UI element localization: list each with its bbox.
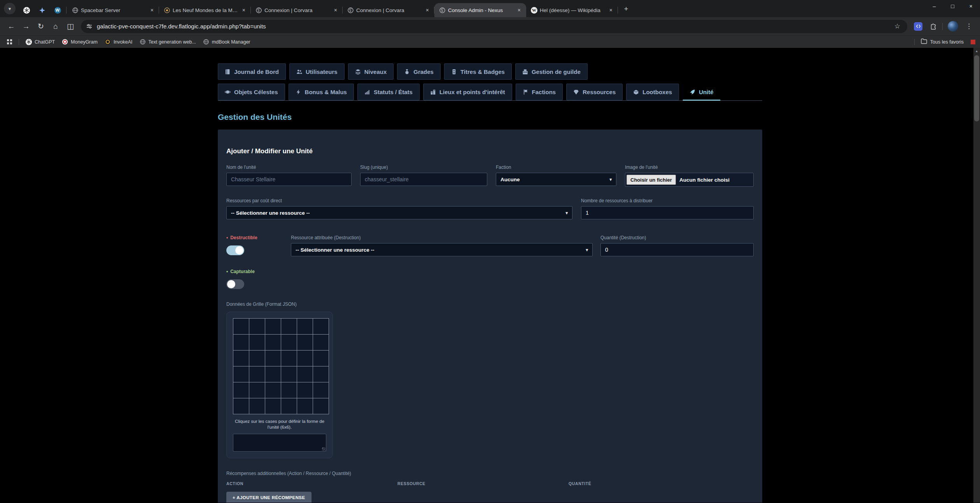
tab-niveaux[interactable]: Niveaux <box>348 63 394 80</box>
grid-cell[interactable] <box>265 382 281 398</box>
grid-cell[interactable] <box>233 366 249 382</box>
browser-tab-connexion-corvara[interactable]: Connexion | Corvara× <box>251 3 343 17</box>
tab-bonus-malus[interactable]: Bonus & Malus <box>289 84 354 100</box>
home-icon[interactable]: ⌂ <box>48 19 63 33</box>
maximize-button[interactable]: □ <box>943 0 962 12</box>
grid-cell[interactable] <box>313 366 329 382</box>
bookmark-chatgpt[interactable]: ChatGPT <box>22 37 58 47</box>
tab-objets-c-lestes[interactable]: Objets Célestes <box>218 84 285 100</box>
close-button[interactable]: × <box>962 0 980 12</box>
grid-cell[interactable] <box>313 351 329 366</box>
grid-cell[interactable] <box>249 319 265 334</box>
cost-resource-select[interactable]: -- Sélectionner une ressource -- ▾ <box>226 206 572 219</box>
scrollbar-thumb[interactable] <box>974 55 979 121</box>
destruction-qty-input[interactable] <box>600 243 754 256</box>
tab-close-icon[interactable]: × <box>241 7 247 13</box>
faction-select[interactable]: Aucune ▾ <box>496 173 616 186</box>
grid-cell[interactable] <box>297 335 313 350</box>
bookmark-mdbook-manager[interactable]: mdBook Manager <box>200 37 254 47</box>
grid-cell[interactable] <box>281 319 297 334</box>
tab-close-icon[interactable]: × <box>332 7 339 13</box>
grid-cell[interactable] <box>281 335 297 350</box>
distribute-count-input[interactable] <box>581 206 754 219</box>
tab-close-icon[interactable]: × <box>516 7 522 13</box>
unit-name-input[interactable] <box>226 173 352 186</box>
slug-input[interactable] <box>360 173 487 186</box>
address-bar[interactable]: galactic-pve-conquest-c7fe.dev.flatlogic… <box>81 20 907 33</box>
grid-cell[interactable] <box>297 351 313 366</box>
browser-tab-spacebar-server[interactable]: Spacebar Server× <box>67 3 159 17</box>
url-text[interactable]: galactic-pve-conquest-c7fe.dev.flatlogic… <box>97 23 890 30</box>
grid-cell[interactable] <box>265 335 281 350</box>
grid-cell[interactable] <box>313 319 329 334</box>
back-icon[interactable]: ← <box>4 19 19 33</box>
grid-cell[interactable] <box>249 398 265 414</box>
tab-lootboxes[interactable]: Lootboxes <box>626 84 679 100</box>
tab-grades[interactable]: Grades <box>397 63 441 80</box>
capturable-toggle[interactable] <box>226 279 244 289</box>
browser-menu-icon[interactable]: ⋮ <box>962 22 976 30</box>
grid-cell[interactable] <box>313 398 329 414</box>
tab-unit[interactable]: Unité <box>682 84 721 101</box>
pinned-tab[interactable] <box>34 3 50 17</box>
apps-grid-icon[interactable] <box>4 37 16 47</box>
browser-tab-console-admin-nexus[interactable]: Console Admin - Nexus× <box>434 3 526 17</box>
tab-close-icon[interactable]: × <box>149 7 155 13</box>
grid-cell[interactable] <box>249 366 265 382</box>
side-panel-icon[interactable]: ◫ <box>63 19 78 33</box>
forward-icon[interactable]: → <box>19 19 33 33</box>
extensions-puzzle-icon[interactable] <box>926 19 941 33</box>
grid-cell[interactable] <box>297 382 313 398</box>
grid-cell[interactable] <box>281 351 297 366</box>
grid-cell[interactable] <box>249 351 265 366</box>
browser-tab-hel-d-esse-wikip-dia[interactable]: WHel (déesse) — Wikipédia× <box>526 3 618 17</box>
bookmark-star-icon[interactable]: ☆ <box>890 22 905 30</box>
bookmark-invokeai[interactable]: InvokeAI <box>101 37 136 47</box>
file-input[interactable]: Choisir un fichier Aucun fichier choisi <box>625 173 754 187</box>
grid-cell[interactable] <box>265 398 281 414</box>
reload-icon[interactable]: ↻ <box>33 19 48 33</box>
grid-cell[interactable] <box>233 382 249 398</box>
grid-cell[interactable] <box>281 398 297 414</box>
tab-close-icon[interactable]: × <box>424 7 430 13</box>
tab-factions[interactable]: Factions <box>516 84 563 100</box>
all-bookmarks-label[interactable]: Tous les favoris <box>930 39 964 45</box>
browser-tab-connexion-corvara[interactable]: Connexion | Corvara× <box>343 3 434 17</box>
grid-cell[interactable] <box>265 319 281 334</box>
bookmark-moneygram[interactable]: MoneyGram <box>58 37 101 47</box>
grid-cell[interactable] <box>249 335 265 350</box>
grid-cell[interactable] <box>313 335 329 350</box>
grid-cell[interactable] <box>265 351 281 366</box>
tab-ressources[interactable]: Ressources <box>566 84 623 100</box>
pinned-tab[interactable]: W <box>50 3 65 17</box>
grid-cell[interactable] <box>233 351 249 366</box>
tab-statuts-tats[interactable]: Statuts / États <box>357 84 420 100</box>
destructible-toggle[interactable] <box>226 245 244 255</box>
grid-cell[interactable] <box>249 382 265 398</box>
active-extension-icon[interactable] <box>914 22 922 31</box>
tab-journal-de-bord[interactable]: Journal de Bord <box>218 63 286 80</box>
choose-file-button[interactable]: Choisir un fichier <box>626 175 676 185</box>
minimize-button[interactable]: – <box>925 0 943 12</box>
pinned-tab[interactable] <box>19 3 34 17</box>
destruction-resource-select[interactable]: -- Sélectionner une ressource -- ▾ <box>291 243 593 256</box>
grid-cell[interactable] <box>297 319 313 334</box>
browser-tab-les-neuf-mondes-de-la-mythol[interactable]: Les Neuf Mondes de la Mythol× <box>159 3 251 17</box>
tab-titres-badges[interactable]: Titres & Badges <box>444 63 512 80</box>
grid-cell[interactable] <box>297 366 313 382</box>
grid-cell[interactable] <box>313 382 329 398</box>
profile-avatar[interactable] <box>948 21 958 32</box>
site-settings-icon[interactable] <box>86 23 92 29</box>
grid-cell[interactable] <box>281 382 297 398</box>
grid-cell[interactable] <box>265 366 281 382</box>
new-tab-button[interactable]: + <box>620 3 632 15</box>
grid-cell[interactable] <box>297 398 313 414</box>
tab-close-icon[interactable]: × <box>608 7 614 13</box>
grid-json-textarea[interactable] <box>233 434 326 452</box>
tab-gestion-de-guilde[interactable]: Gestion de guilde <box>515 63 588 80</box>
grid-cell[interactable] <box>233 335 249 350</box>
scroll-up-arrow[interactable]: ▲ <box>973 48 980 54</box>
tab-utilisateurs[interactable]: Utilisateurs <box>289 63 345 80</box>
tab-lieux-et-points-d-int-r-t[interactable]: Lieux et points d'intérêt <box>423 84 512 100</box>
add-reward-button[interactable]: + AJOUTER UNE RÉCOMPENSE <box>226 492 312 503</box>
